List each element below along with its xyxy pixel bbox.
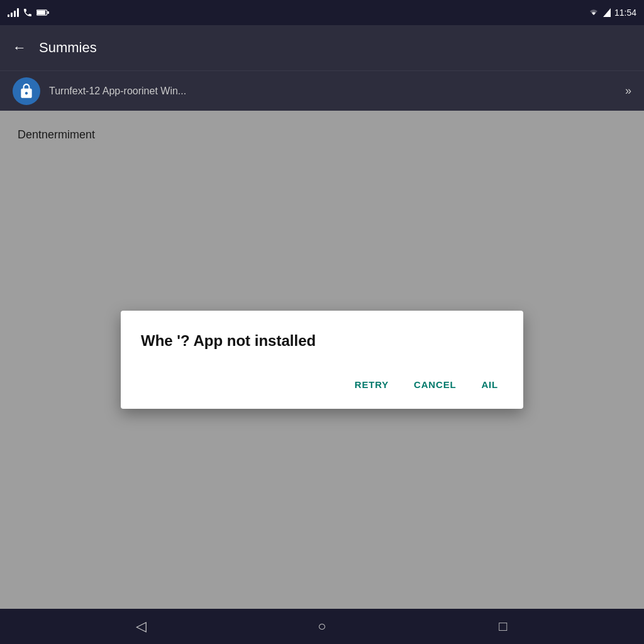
back-button[interactable]: ← <box>13 40 26 56</box>
battery-icon <box>36 9 49 16</box>
breadcrumb-bar: Turnfext-12 App-roorinet Win... » <box>0 70 644 111</box>
dialog: Whe '? App not installed RETRY CANCEL AI… <box>121 311 523 409</box>
app-icon <box>13 77 40 105</box>
toolbar: ← Summies <box>0 25 644 70</box>
status-bar: 11:54 <box>0 0 644 25</box>
dialog-buttons: RETRY CANCEL AIL <box>141 368 503 396</box>
main-content: Dentnermiment Whe '? App not installed R… <box>0 111 644 609</box>
svg-rect-2 <box>48 11 50 14</box>
lock-icon <box>18 83 35 99</box>
signal-icon <box>8 8 19 17</box>
dialog-overlay: Whe '? App not installed RETRY CANCEL AI… <box>0 111 644 609</box>
wifi-icon <box>588 8 599 17</box>
status-bar-left <box>8 8 49 18</box>
retry-button[interactable]: RETRY <box>350 373 394 396</box>
phone-icon <box>23 8 33 18</box>
dialog-title: Whe '? App not installed <box>141 331 503 350</box>
nav-home-button[interactable]: ○ <box>308 613 336 640</box>
nav-recent-button[interactable]: □ <box>489 613 517 640</box>
status-time: 11:54 <box>614 8 636 18</box>
breadcrumb-chevron: » <box>625 84 631 97</box>
signal-triangle-icon <box>603 8 611 17</box>
cancel-button[interactable]: CANCEL <box>409 373 461 396</box>
toolbar-title: Summies <box>39 40 97 56</box>
ail-button[interactable]: AIL <box>476 373 503 396</box>
svg-rect-1 <box>37 11 45 15</box>
bottom-nav: ◁ ○ □ <box>0 609 644 644</box>
nav-back-button[interactable]: ◁ <box>127 613 155 640</box>
breadcrumb-text: Turnfext-12 App-roorinet Win... <box>49 86 616 97</box>
svg-marker-3 <box>603 8 611 17</box>
status-bar-right: 11:54 <box>588 8 636 18</box>
